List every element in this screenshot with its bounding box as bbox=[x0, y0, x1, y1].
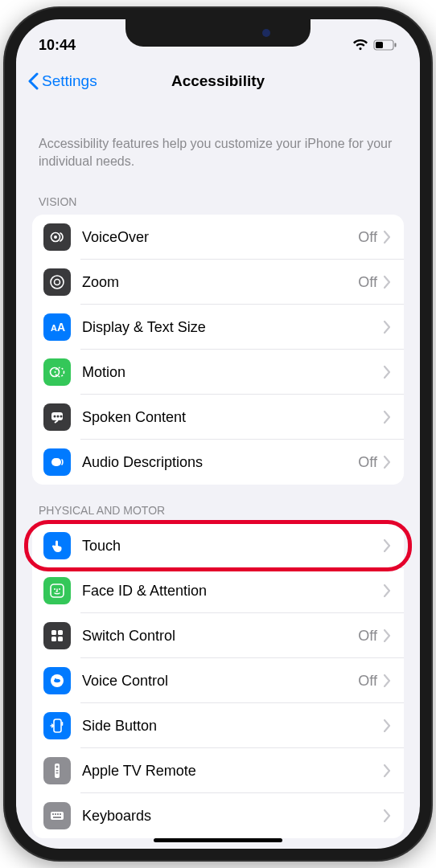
chevron-right-icon bbox=[384, 629, 391, 642]
svg-point-6 bbox=[55, 280, 60, 285]
chevron-right-icon bbox=[384, 411, 391, 424]
svg-rect-25 bbox=[54, 719, 61, 732]
row-label: Audio Descriptions bbox=[82, 454, 358, 471]
motion-icon bbox=[43, 358, 71, 386]
svg-point-28 bbox=[56, 766, 59, 768]
svg-rect-26 bbox=[62, 722, 64, 726]
svg-rect-30 bbox=[56, 772, 59, 774]
zoom-icon bbox=[43, 268, 71, 296]
iphone-frame: 10:44 Settings Accessibility Accessibili… bbox=[5, 8, 431, 860]
row-spoken-content[interactable]: Spoken Content bbox=[32, 395, 404, 440]
svg-point-14 bbox=[60, 416, 63, 418]
row-label: Face ID & Attention bbox=[82, 583, 377, 600]
svg-point-13 bbox=[57, 416, 60, 418]
group-vision: VoiceOver Off Zoom Off AA Displ bbox=[32, 215, 404, 485]
svg-rect-19 bbox=[51, 630, 56, 635]
chevron-right-icon bbox=[384, 809, 391, 822]
svg-point-5 bbox=[51, 276, 64, 289]
svg-text:A: A bbox=[57, 321, 65, 334]
switch-control-icon bbox=[43, 622, 71, 649]
nav-bar: Settings Accessibility bbox=[16, 61, 420, 101]
row-label: Touch bbox=[82, 538, 377, 555]
chevron-right-icon bbox=[384, 366, 391, 379]
row-apple-tv-remote[interactable]: Apple TV Remote bbox=[32, 748, 404, 793]
screen: 10:44 Settings Accessibility Accessibili… bbox=[16, 19, 420, 849]
svg-rect-32 bbox=[52, 813, 54, 815]
svg-point-18 bbox=[59, 588, 60, 590]
battery-icon bbox=[373, 39, 397, 51]
row-value: Off bbox=[358, 274, 377, 291]
row-voice-control[interactable]: Voice Control Off bbox=[32, 658, 404, 703]
faceid-icon bbox=[43, 577, 71, 604]
svg-rect-2 bbox=[395, 43, 397, 47]
side-button-icon bbox=[43, 712, 71, 739]
row-label: VoiceOver bbox=[82, 229, 358, 246]
chevron-right-icon bbox=[384, 584, 391, 597]
keyboards-icon bbox=[43, 802, 71, 829]
row-keyboards[interactable]: Keyboards bbox=[32, 793, 404, 838]
voice-control-icon bbox=[43, 667, 71, 694]
svg-rect-34 bbox=[57, 813, 59, 815]
voiceover-icon bbox=[43, 223, 71, 251]
chevron-right-icon bbox=[384, 321, 391, 334]
back-label: Settings bbox=[42, 72, 97, 90]
row-motion[interactable]: Motion bbox=[32, 350, 404, 395]
svg-text:A: A bbox=[51, 323, 57, 333]
tv-remote-icon bbox=[43, 757, 71, 784]
svg-rect-35 bbox=[60, 813, 61, 815]
chevron-right-icon bbox=[384, 674, 391, 687]
svg-rect-1 bbox=[376, 42, 383, 48]
svg-rect-36 bbox=[53, 817, 61, 818]
svg-rect-21 bbox=[51, 637, 56, 641]
chevron-left-icon bbox=[27, 72, 39, 90]
text-size-icon: AA bbox=[43, 313, 71, 341]
svg-rect-31 bbox=[51, 812, 64, 820]
intro-text: Accessibility features help you customiz… bbox=[32, 109, 404, 176]
row-voiceover[interactable]: VoiceOver Off bbox=[32, 215, 404, 260]
svg-point-17 bbox=[54, 588, 56, 590]
row-switch-control[interactable]: Switch Control Off bbox=[32, 613, 404, 658]
row-value: Off bbox=[358, 628, 377, 645]
chevron-right-icon bbox=[384, 456, 391, 469]
chevron-right-icon bbox=[384, 539, 391, 552]
section-header-physical: PHYSICAL AND MOTOR bbox=[32, 485, 404, 523]
status-time: 10:44 bbox=[39, 37, 76, 54]
touch-icon bbox=[43, 532, 71, 559]
wifi-icon bbox=[352, 39, 368, 51]
content-scroll[interactable]: Accessibility features help you customiz… bbox=[16, 109, 420, 849]
row-label: Voice Control bbox=[82, 673, 358, 690]
chevron-right-icon bbox=[384, 764, 391, 777]
svg-rect-29 bbox=[56, 770, 59, 772]
row-label: Display & Text Size bbox=[82, 319, 377, 336]
row-label: Side Button bbox=[82, 718, 377, 735]
svg-point-4 bbox=[54, 235, 57, 239]
back-button[interactable]: Settings bbox=[27, 72, 97, 90]
row-touch[interactable]: Touch bbox=[32, 523, 404, 568]
row-label: Keyboards bbox=[82, 808, 377, 825]
section-header-vision: VISION bbox=[32, 176, 404, 215]
row-value: Off bbox=[358, 229, 377, 246]
svg-rect-22 bbox=[58, 637, 63, 641]
row-display-text-size[interactable]: AA Display & Text Size bbox=[32, 305, 404, 350]
notch bbox=[125, 19, 311, 47]
svg-point-24 bbox=[55, 678, 56, 680]
svg-rect-33 bbox=[55, 813, 56, 815]
home-indicator[interactable] bbox=[154, 838, 282, 842]
row-label: Switch Control bbox=[82, 628, 358, 645]
chevron-right-icon bbox=[384, 231, 391, 244]
row-label: Spoken Content bbox=[82, 409, 377, 426]
group-physical: Touch Face ID & Attention Sw bbox=[32, 523, 404, 838]
spoken-content-icon bbox=[43, 403, 71, 431]
row-value: Off bbox=[358, 454, 377, 471]
row-faceid-attention[interactable]: Face ID & Attention bbox=[32, 568, 404, 613]
svg-rect-15 bbox=[51, 458, 61, 466]
svg-point-12 bbox=[54, 416, 56, 418]
row-label: Motion bbox=[82, 364, 377, 381]
row-audio-descriptions[interactable]: Audio Descriptions Off bbox=[32, 440, 404, 485]
row-side-button[interactable]: Side Button bbox=[32, 703, 404, 748]
row-label: Zoom bbox=[82, 274, 358, 291]
row-value: Off bbox=[358, 673, 377, 690]
row-zoom[interactable]: Zoom Off bbox=[32, 260, 404, 305]
chevron-right-icon bbox=[384, 276, 391, 289]
audio-descriptions-icon bbox=[43, 448, 71, 476]
